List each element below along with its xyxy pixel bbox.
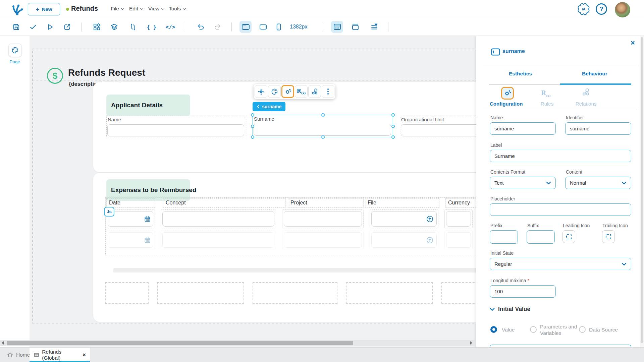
date-input[interactable] bbox=[108, 211, 153, 227]
page-palette-button[interactable] bbox=[8, 44, 22, 57]
expressions-button[interactable]: { } bbox=[146, 21, 158, 33]
label-input[interactable] bbox=[490, 150, 631, 162]
cell-file[interactable] bbox=[370, 209, 438, 228]
cell-date[interactable] bbox=[106, 231, 155, 249]
layers-button[interactable] bbox=[108, 21, 120, 33]
column-header-project[interactable]: Project bbox=[288, 198, 364, 208]
selection-handle[interactable] bbox=[321, 113, 325, 117]
preview-button[interactable] bbox=[44, 21, 56, 33]
ai-assistant-button[interactable]: IA bbox=[578, 3, 590, 15]
concept-input[interactable] bbox=[162, 232, 274, 248]
panel-layout-button[interactable] bbox=[331, 21, 343, 33]
flow-button[interactable] bbox=[127, 21, 139, 33]
upload-icon[interactable] bbox=[426, 215, 434, 223]
column-header-date[interactable]: Date bbox=[106, 198, 155, 208]
leading-icon-picker[interactable] bbox=[562, 230, 575, 243]
cell-concept[interactable] bbox=[161, 231, 276, 249]
currency-input[interactable] bbox=[446, 232, 471, 248]
tab-refunds-global[interactable]: Refunds (Global) × bbox=[30, 348, 90, 362]
column-header-file[interactable]: File bbox=[365, 198, 440, 208]
cell-currency[interactable] bbox=[444, 209, 473, 228]
tab-home[interactable]: Home bbox=[3, 348, 33, 362]
field-orgunit-input[interactable] bbox=[401, 124, 476, 136]
browser-frame-button[interactable] bbox=[349, 21, 361, 33]
tab-behaviour[interactable]: Behaviour bbox=[582, 71, 607, 77]
subtab-relations-icon[interactable] bbox=[582, 88, 590, 97]
placeholder-cell[interactable] bbox=[253, 282, 337, 304]
initial-state-select[interactable]: Regular bbox=[490, 258, 631, 270]
name-input[interactable] bbox=[490, 122, 556, 135]
content-select[interactable]: Normal bbox=[565, 177, 631, 189]
tablet-view-button[interactable] bbox=[257, 21, 269, 33]
radio-value-label[interactable]: Value bbox=[502, 327, 515, 333]
prefix-input[interactable] bbox=[490, 230, 518, 244]
selection-handle[interactable] bbox=[251, 125, 254, 128]
new-button[interactable]: + New bbox=[28, 3, 60, 15]
selection-handle[interactable] bbox=[251, 113, 254, 117]
field-name[interactable]: Name bbox=[106, 116, 245, 137]
file-input[interactable] bbox=[371, 232, 437, 248]
file-input[interactable] bbox=[371, 211, 437, 227]
date-input[interactable] bbox=[108, 232, 153, 248]
applicant-section-title[interactable]: Applicant Details bbox=[106, 95, 190, 116]
placeholder-input[interactable] bbox=[490, 203, 631, 216]
panel-scrollbar-thumb[interactable] bbox=[641, 37, 643, 343]
column-header-concept[interactable]: Concept bbox=[163, 198, 286, 208]
user-avatar[interactable] bbox=[615, 2, 630, 17]
element-esthetics-button[interactable] bbox=[268, 85, 281, 98]
element-rules-button[interactable]: R(x) bbox=[295, 85, 308, 98]
radio-parameters-variables-label[interactable]: Parameters and Variables bbox=[540, 323, 582, 336]
scroll-right-arrow[interactable] bbox=[470, 341, 472, 345]
radio-data-source-label[interactable]: Data Source bbox=[589, 327, 618, 333]
mobile-view-button[interactable] bbox=[272, 21, 284, 33]
field-name-input[interactable] bbox=[107, 124, 244, 136]
scroll-left-arrow[interactable] bbox=[2, 341, 4, 345]
panel-close-button[interactable]: × bbox=[631, 39, 635, 47]
element-more-button[interactable] bbox=[322, 85, 334, 98]
subtab-relations-label[interactable]: Relations bbox=[573, 101, 599, 107]
placeholder-cell[interactable] bbox=[346, 282, 433, 304]
subtab-configuration-icon-button[interactable] bbox=[501, 87, 514, 100]
cell-currency[interactable] bbox=[444, 231, 473, 249]
menu-file[interactable]: File bbox=[111, 6, 124, 12]
desktop-view-button[interactable] bbox=[239, 21, 252, 33]
contents-format-select[interactable]: Text bbox=[490, 177, 556, 189]
filter-options-button[interactable] bbox=[368, 21, 380, 33]
project-input[interactable] bbox=[284, 211, 362, 227]
js-rule-badge[interactable]: Js bbox=[104, 207, 114, 217]
menu-edit[interactable]: Edit bbox=[129, 6, 143, 12]
placeholder-cell[interactable] bbox=[105, 282, 149, 304]
move-element-button[interactable] bbox=[255, 85, 267, 98]
field-surname-selected[interactable]: Surname bbox=[253, 115, 393, 137]
project-input[interactable] bbox=[284, 232, 362, 248]
cell-file[interactable] bbox=[370, 231, 438, 249]
help-button[interactable]: ? bbox=[596, 3, 607, 15]
collapsed-element-bar[interactable] bbox=[113, 268, 476, 273]
initial-value-section-toggle[interactable]: Initial Value bbox=[490, 306, 530, 313]
element-relations-button[interactable] bbox=[308, 85, 321, 98]
subtab-configuration-label[interactable]: Configuration bbox=[490, 101, 522, 107]
source-code-button[interactable]: </> bbox=[164, 21, 176, 33]
selection-handle[interactable] bbox=[391, 113, 395, 117]
logo[interactable] bbox=[10, 3, 23, 16]
field-surname-input[interactable] bbox=[254, 124, 391, 136]
save-button[interactable] bbox=[10, 21, 22, 33]
selection-handle[interactable] bbox=[391, 125, 395, 128]
radio-parameters-variables[interactable] bbox=[530, 326, 537, 333]
radio-value[interactable] bbox=[490, 326, 497, 333]
validate-button[interactable] bbox=[27, 21, 39, 33]
design-canvas[interactable]: $ Refunds Request {descriptionHeader} Ap… bbox=[30, 36, 476, 347]
form-header[interactable]: $ Refunds Request {descriptionHeader} bbox=[32, 49, 476, 80]
trailing-icon-picker[interactable] bbox=[602, 230, 615, 243]
cell-concept[interactable] bbox=[161, 209, 276, 228]
menu-tools[interactable]: Tools bbox=[169, 6, 185, 12]
components-button[interactable] bbox=[91, 21, 103, 33]
suffix-input[interactable] bbox=[527, 230, 555, 244]
panel-scrollbar[interactable] bbox=[640, 36, 644, 348]
calendar-icon[interactable] bbox=[144, 216, 151, 222]
undo-button[interactable] bbox=[195, 21, 207, 33]
export-button[interactable] bbox=[61, 21, 73, 33]
currency-input[interactable] bbox=[446, 211, 471, 227]
max-length-input[interactable] bbox=[490, 285, 556, 298]
field-organizational-unit[interactable]: Organizational Unit bbox=[400, 116, 476, 137]
